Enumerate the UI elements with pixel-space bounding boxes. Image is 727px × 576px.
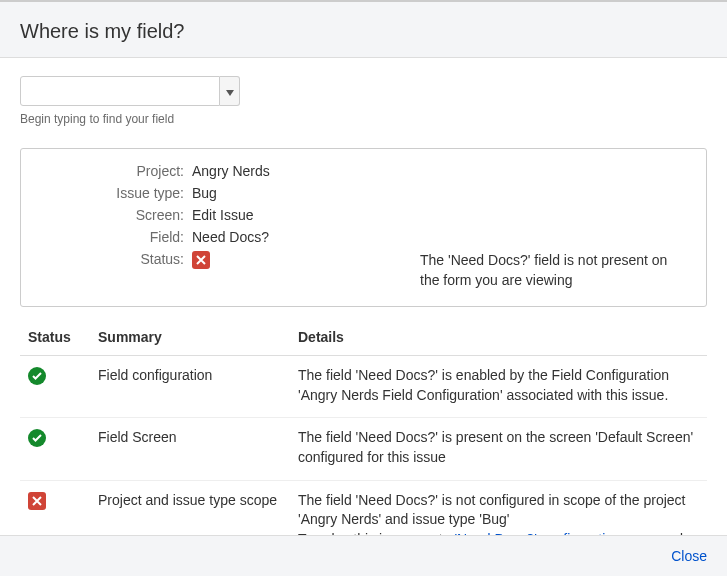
screen-value: Edit Issue xyxy=(192,207,253,223)
dialog-header: Where is my field? xyxy=(0,2,727,58)
field-selector xyxy=(20,76,707,106)
field-search-hint: Begin typing to find your field xyxy=(20,112,707,126)
status-label: Status: xyxy=(37,251,192,290)
dialog-body: Begin typing to find your field Project:… xyxy=(0,58,727,576)
status-message: The 'Need Docs?' field is not present on… xyxy=(420,251,690,290)
screen-label: Screen: xyxy=(37,207,192,223)
col-header-summary: Summary xyxy=(90,321,290,356)
project-value: Angry Nerds xyxy=(192,163,270,179)
field-label: Field: xyxy=(37,229,192,245)
field-value: Need Docs? xyxy=(192,229,269,245)
check-ok-icon xyxy=(28,367,46,385)
status-value xyxy=(192,251,210,290)
field-search-input[interactable] xyxy=(20,76,220,106)
where-is-my-field-dialog: Where is my field? Begin typing to find … xyxy=(0,2,727,576)
field-dropdown-toggle[interactable] xyxy=(220,76,240,106)
issue-type-label: Issue type: xyxy=(37,185,192,201)
col-header-details: Details xyxy=(290,321,707,356)
table-row: Field configuration The field 'Need Docs… xyxy=(20,356,707,418)
row-summary: Field Screen xyxy=(90,418,290,480)
row-details: The field 'Need Docs?' is enabled by the… xyxy=(290,356,707,418)
check-error-icon xyxy=(28,492,46,510)
col-header-status: Status xyxy=(20,321,90,356)
dialog-title: Where is my field? xyxy=(20,20,707,43)
status-error-icon xyxy=(192,251,210,269)
summary-panel: Project: Angry Nerds Issue type: Bug Scr… xyxy=(20,148,707,307)
row-summary: Field configuration xyxy=(90,356,290,418)
issue-type-value: Bug xyxy=(192,185,217,201)
table-row: Field Screen The field 'Need Docs?' is p… xyxy=(20,418,707,480)
chevron-down-icon xyxy=(226,84,234,99)
check-ok-icon xyxy=(28,429,46,447)
row-details: The field 'Need Docs?' is present on the… xyxy=(290,418,707,480)
close-button[interactable]: Close xyxy=(671,548,707,564)
project-label: Project: xyxy=(37,163,192,179)
dialog-footer: Close xyxy=(0,535,727,576)
